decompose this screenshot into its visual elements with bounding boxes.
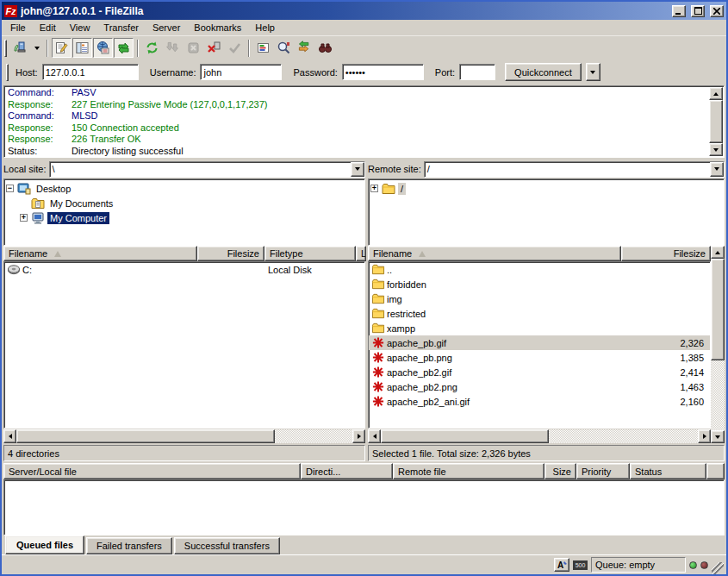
remote-vertical-scrollbar[interactable]	[711, 246, 725, 443]
host-input[interactable]	[42, 64, 139, 80]
cancel-button[interactable]	[184, 38, 203, 58]
remote-file-row[interactable]: ..	[369, 262, 710, 277]
queue-body	[3, 479, 725, 535]
port-input[interactable]	[459, 64, 495, 80]
tree-item-root[interactable]: /	[370, 181, 722, 196]
remote-column-filesize[interactable]: Filesize	[621, 246, 711, 261]
expand-expander-icon[interactable]	[20, 214, 28, 222]
search-button[interactable]	[274, 38, 294, 58]
remote-file-size: 1,463	[680, 382, 704, 392]
remote-site-combobox[interactable]: /	[424, 161, 725, 178]
password-input[interactable]	[342, 64, 424, 80]
directory-listing-filter-button[interactable]	[253, 38, 273, 58]
quickconnect-grip[interactable]	[6, 64, 9, 81]
remote-file-row[interactable]: xampp	[369, 321, 710, 335]
site-manager-button[interactable]	[10, 38, 30, 58]
tree-item-my-documents[interactable]: My Documents	[6, 196, 363, 210]
scroll-track[interactable]	[275, 429, 352, 443]
quickconnect-dropdown-button[interactable]	[586, 63, 600, 81]
remote-file-row[interactable]: apache_pb2.gif2,414	[369, 365, 710, 379]
queue-column-server-local-file[interactable]: Server/Local file	[3, 463, 301, 479]
process-queue-button[interactable]	[163, 38, 183, 58]
toggle-local-tree-button[interactable]	[72, 38, 92, 58]
message-log-lines: Command:PASV Response:227 Entering Passi…	[4, 86, 724, 157]
menu-edit[interactable]: Edit	[33, 21, 63, 34]
remote-site-dropdown-button[interactable]	[710, 162, 724, 177]
queue-column-remote-file[interactable]: Remote file	[393, 463, 544, 479]
remote-file-name: apache_pb.png	[387, 353, 452, 363]
scroll-track[interactable]	[711, 360, 725, 430]
local-column-filename[interactable]: Filename	[3, 246, 197, 261]
minimize-button[interactable]	[672, 5, 686, 17]
local-pane: Local site: \ Desktop	[3, 160, 365, 461]
port-label: Port:	[435, 67, 455, 78]
find-binoculars-button[interactable]	[315, 38, 335, 58]
remote-column-filename[interactable]: Filename	[368, 246, 621, 261]
tree-item-desktop[interactable]: Desktop	[6, 181, 363, 196]
binoculars-icon	[318, 41, 333, 55]
menu-server[interactable]: Server	[146, 21, 187, 34]
tree-item-my-computer[interactable]: My Computer	[6, 210, 363, 225]
username-input[interactable]	[200, 64, 282, 80]
remote-file-row[interactable]: restricted	[369, 306, 710, 321]
synchronized-browsing-button[interactable]	[295, 38, 314, 58]
remote-file-row[interactable]: apache_pb.gif2,326	[369, 335, 710, 350]
expand-expander-icon[interactable]	[370, 185, 378, 192]
scroll-thumb[interactable]	[16, 429, 275, 443]
local-column-last-modified[interactable]: L	[356, 246, 366, 261]
remote-file-row[interactable]: forbidden	[369, 277, 710, 291]
toggle-remote-tree-button[interactable]	[93, 38, 113, 58]
remote-file-row[interactable]: apache_pb2_ani.gif2,160	[369, 394, 710, 409]
menu-help[interactable]: Help	[248, 21, 282, 34]
scroll-left-button[interactable]	[368, 429, 381, 443]
scroll-thumb[interactable]	[709, 100, 723, 143]
local-column-filetype[interactable]: Filetype	[264, 246, 356, 261]
log-vertical-scrollbar[interactable]	[709, 87, 723, 156]
local-column-filesize[interactable]: Filesize	[197, 246, 264, 261]
remote-horizontal-scrollbar[interactable]	[368, 429, 711, 443]
remote-file-row[interactable]: img	[369, 291, 710, 306]
scroll-down-button[interactable]	[711, 430, 725, 443]
queue-column-priority[interactable]: Priority	[576, 463, 630, 479]
local-horizontal-scrollbar[interactable]	[3, 429, 365, 443]
scroll-right-button[interactable]	[698, 429, 711, 443]
queue-column-size[interactable]: Size	[544, 463, 576, 479]
maximize-button[interactable]	[691, 5, 705, 17]
disconnect-icon	[207, 41, 221, 55]
transfer-type-ascii-icon[interactable]: A	[554, 558, 569, 572]
toggle-message-log-button[interactable]	[52, 38, 72, 58]
toggle-transfer-queue-button[interactable]	[114, 38, 134, 58]
site-manager-dropdown-button[interactable]	[31, 39, 43, 57]
scroll-track[interactable]	[549, 429, 698, 443]
menu-transfer[interactable]: Transfer	[96, 21, 146, 34]
scroll-right-button[interactable]	[352, 429, 365, 443]
scroll-down-button[interactable]	[709, 143, 723, 156]
refresh-button[interactable]	[142, 38, 162, 58]
resize-grip[interactable]	[712, 562, 724, 574]
disconnect-button[interactable]	[204, 38, 224, 58]
collapse-expander-icon[interactable]	[6, 185, 14, 192]
local-site-dropdown-button[interactable]	[351, 162, 364, 177]
menu-file[interactable]: File	[3, 21, 33, 34]
remote-file-row[interactable]: apache_pb.png1,385	[369, 350, 710, 365]
scroll-up-button[interactable]	[709, 87, 723, 100]
scroll-up-button[interactable]	[711, 246, 725, 259]
ok-checkmark-button[interactable]	[225, 38, 245, 58]
tab-queued-files[interactable]: Queued files	[5, 535, 84, 554]
toolbar-grip[interactable]	[4, 40, 7, 57]
scroll-thumb[interactable]	[381, 429, 549, 443]
queue-column-direction[interactable]: Directi...	[301, 463, 393, 479]
local-file-row[interactable]: C: Local Disk	[4, 262, 364, 277]
close-button[interactable]	[710, 5, 724, 17]
speed-limit-badge-icon[interactable]: 500	[573, 560, 588, 570]
remote-file-row[interactable]: apache_pb2.png1,463	[369, 379, 710, 394]
scroll-left-button[interactable]	[3, 429, 16, 443]
quickconnect-button[interactable]: Quickconnect	[505, 63, 582, 81]
menu-bookmarks[interactable]: Bookmarks	[187, 21, 248, 34]
tab-successful-transfers[interactable]: Successful transfers	[174, 537, 280, 554]
local-site-combobox[interactable]: \	[49, 161, 365, 178]
menu-view[interactable]: View	[63, 21, 97, 34]
scroll-thumb[interactable]	[711, 259, 725, 360]
tab-failed-transfers[interactable]: Failed transfers	[86, 537, 172, 554]
queue-column-status[interactable]: Status	[630, 463, 706, 479]
